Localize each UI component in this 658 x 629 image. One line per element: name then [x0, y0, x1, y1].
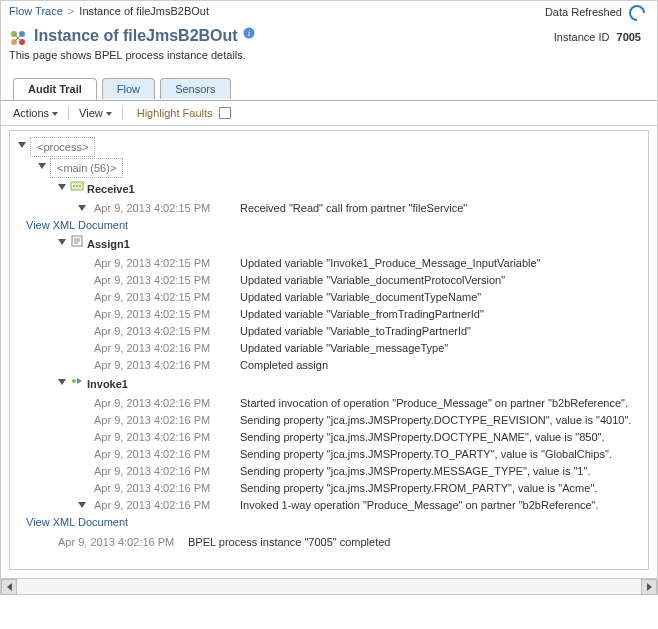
collapse-toggle[interactable]	[78, 502, 86, 508]
collapse-toggle[interactable]	[78, 205, 86, 211]
tab-flow[interactable]: Flow	[102, 78, 155, 99]
audit-message: Updated variable "Variable_documentTypeN…	[240, 289, 481, 305]
timestamp: Apr 9, 2013 4:02:15 PM	[90, 200, 240, 216]
tab-audit-trail[interactable]: Audit Trail	[13, 78, 97, 100]
audit-message: Invoked 1-way operation "Produce_Message…	[240, 497, 599, 513]
horizontal-scrollbar[interactable]	[1, 578, 657, 594]
svg-point-10	[76, 185, 78, 187]
breadcrumb-separator: >	[66, 5, 76, 17]
collapse-toggle[interactable]	[58, 239, 66, 245]
timestamp: Apr 9, 2013 4:02:15 PM	[90, 323, 240, 339]
svg-point-11	[79, 185, 81, 187]
audit-message: Sending property "jca.jms.JMSProperty.DO…	[240, 429, 605, 445]
arrow-right-icon	[647, 583, 652, 591]
instance-id-block: Instance ID 7005	[546, 27, 649, 47]
timestamp: Apr 9, 2013 4:02:16 PM	[90, 497, 240, 513]
highlight-faults-toggle[interactable]: Highlight Faults	[137, 107, 231, 119]
audit-message: Updated variable "Variable_toTradingPart…	[240, 323, 471, 339]
toolbar-separator	[68, 106, 69, 120]
toolbar: Actions View Highlight Faults	[1, 101, 657, 126]
audit-message: Sending property "jca.jms.JMSProperty.FR…	[240, 480, 597, 496]
highlight-faults-label: Highlight Faults	[137, 107, 213, 119]
timestamp: Apr 9, 2013 4:02:16 PM	[90, 340, 240, 356]
node-receive1[interactable]: Receive1	[87, 179, 135, 199]
node-main[interactable]: <main (56)>	[50, 158, 123, 178]
timestamp: Apr 9, 2013 4:02:16 PM	[90, 395, 240, 411]
scroll-track[interactable]	[17, 579, 641, 594]
actions-label: Actions	[13, 107, 49, 119]
audit-message: BPEL process instance "7005" completed	[188, 534, 390, 550]
view-menu[interactable]: View	[75, 105, 116, 121]
tab-bar: Audit Trail Flow Sensors	[1, 77, 657, 101]
collapse-toggle[interactable]	[18, 142, 26, 148]
breadcrumb: Data Refreshed Flow Trace > Instance of …	[1, 1, 657, 25]
toolbar-separator	[122, 106, 123, 120]
scroll-left-button[interactable]	[1, 579, 17, 595]
node-assign1[interactable]: Assign1	[87, 234, 130, 254]
timestamp: Apr 9, 2013 4:02:16 PM	[90, 480, 240, 496]
view-xml-link[interactable]: View XML Document	[26, 514, 128, 530]
info-icon[interactable]: i	[243, 27, 255, 39]
collapse-toggle[interactable]	[58, 379, 66, 385]
data-refreshed-label: Data Refreshed	[545, 5, 649, 21]
page-title: Instance of fileJmsB2BOut	[34, 27, 238, 44]
breadcrumb-current: Instance of fileJmsB2BOut	[79, 5, 209, 17]
audit-message: Updated variable "Variable_fromTradingPa…	[240, 306, 484, 322]
node-invoke1[interactable]: Invoke1	[87, 374, 128, 394]
receive-activity-icon	[70, 179, 84, 193]
timestamp: Apr 9, 2013 4:02:16 PM	[38, 534, 188, 550]
timestamp: Apr 9, 2013 4:02:16 PM	[90, 446, 240, 462]
node-process[interactable]: <process>	[30, 137, 95, 157]
timestamp: Apr 9, 2013 4:02:16 PM	[90, 429, 240, 445]
audit-tree: <process> <main (56)> Receive1 Apr 9, 20…	[9, 130, 649, 570]
tab-sensors[interactable]: Sensors	[160, 78, 230, 99]
actions-menu[interactable]: Actions	[9, 105, 62, 121]
audit-message: Completed assign	[240, 357, 328, 373]
instance-id-value: 7005	[613, 31, 641, 43]
timestamp: Apr 9, 2013 4:02:15 PM	[90, 272, 240, 288]
timestamp: Apr 9, 2013 4:02:15 PM	[90, 306, 240, 322]
audit-message: Updated variable "Invoke1_Produce_Messag…	[240, 255, 541, 271]
collapse-toggle[interactable]	[38, 163, 46, 169]
page-subtitle: This page shows BPEL process instance de…	[1, 47, 657, 67]
checkbox-icon[interactable]	[219, 107, 231, 119]
timestamp: Apr 9, 2013 4:02:15 PM	[90, 255, 240, 271]
arrow-left-icon	[7, 583, 12, 591]
scroll-right-button[interactable]	[641, 579, 657, 595]
timestamp: Apr 9, 2013 4:02:16 PM	[90, 463, 240, 479]
audit-message: Sending property "jca.jms.JMSProperty.DO…	[240, 412, 631, 428]
timestamp: Apr 9, 2013 4:02:16 PM	[90, 357, 240, 373]
audit-message: Started invocation of operation "Produce…	[240, 395, 628, 411]
timestamp: Apr 9, 2013 4:02:16 PM	[90, 412, 240, 428]
bpel-process-icon	[9, 29, 27, 47]
audit-message: Updated variable "Variable_messageType"	[240, 340, 448, 356]
assign-activity-icon	[70, 234, 84, 248]
data-refreshed-text: Data Refreshed	[545, 6, 622, 18]
audit-message: Sending property "jca.jms.JMSProperty.ME…	[240, 463, 590, 479]
invoke-activity-icon	[70, 374, 84, 388]
audit-message: Received "Read" call from partner "fileS…	[240, 200, 467, 216]
breadcrumb-parent-link[interactable]: Flow Trace	[9, 5, 63, 17]
svg-point-16	[72, 379, 76, 383]
instance-id-label: Instance ID	[554, 31, 610, 43]
audit-message: Sending property "jca.jms.JMSProperty.TO…	[240, 446, 612, 462]
chevron-down-icon	[106, 112, 112, 116]
svg-point-9	[73, 185, 75, 187]
chevron-down-icon	[52, 112, 58, 116]
oracle-logo-icon	[629, 5, 645, 21]
view-xml-link[interactable]: View XML Document	[26, 217, 128, 233]
collapse-toggle[interactable]	[58, 184, 66, 190]
audit-message: Updated variable "Variable_documentProto…	[240, 272, 505, 288]
view-label: View	[79, 107, 103, 119]
timestamp: Apr 9, 2013 4:02:15 PM	[90, 289, 240, 305]
